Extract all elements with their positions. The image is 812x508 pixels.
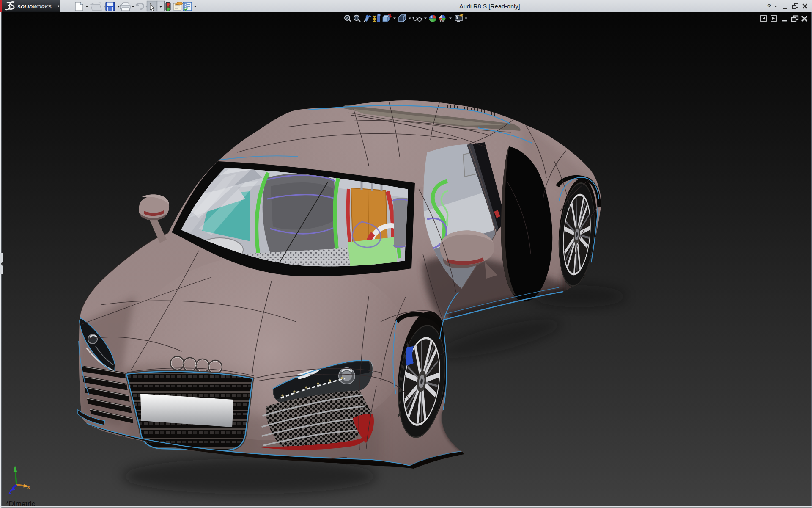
svg-text:?: ? xyxy=(767,3,771,10)
svg-text:z: z xyxy=(9,490,11,494)
svg-text:x: x xyxy=(27,485,30,489)
svg-text:SOLIDWORKS: SOLIDWORKS xyxy=(17,4,52,9)
